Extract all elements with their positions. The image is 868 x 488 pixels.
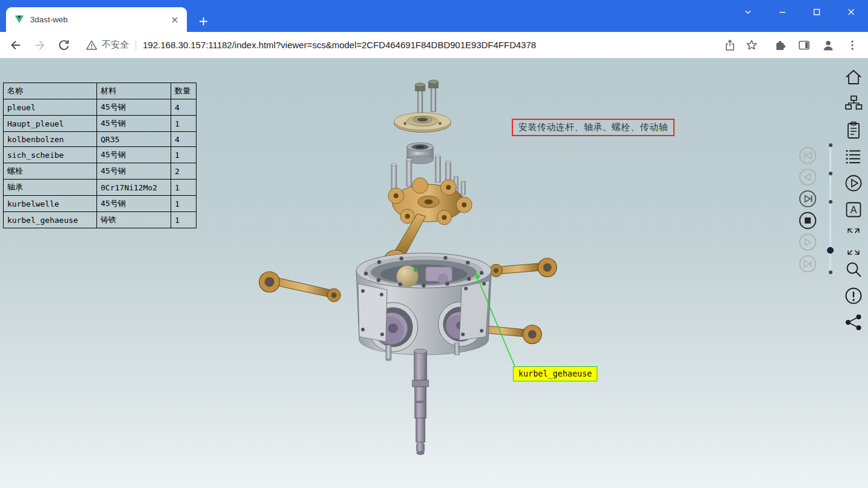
share-button[interactable] — [723, 39, 737, 52]
new-tab-button[interactable] — [195, 13, 211, 29]
slider-dot — [829, 200, 832, 204]
browser-titlebar: 3dast-web — [0, 0, 868, 32]
table-cell: 1 — [171, 212, 197, 228]
expand-corners-down-button[interactable] — [846, 242, 861, 257]
table-cell: 轴承 — [4, 180, 97, 196]
browser-tab[interactable]: 3dast-web — [6, 7, 187, 32]
home-button[interactable] — [844, 67, 863, 87]
table-cell: 1 — [171, 147, 197, 163]
chevron-down-button[interactable] — [731, 0, 765, 24]
viewer-toolbar: A — [842, 67, 865, 339]
maximize-button[interactable] — [799, 0, 834, 24]
part-arm-right-upper[interactable] — [490, 258, 557, 277]
viewer-canvas[interactable]: 名称 材料 数量 pleuel45号钢4Haupt_pleuel45号钢1kol… — [0, 58, 868, 488]
warning-triangle-icon — [86, 39, 98, 51]
skip-to-end-button[interactable] — [799, 255, 817, 273]
bookmark-star-button[interactable] — [745, 39, 758, 52]
address-bar: 不安全 192.168.30.157:11182/index.html?view… — [0, 32, 868, 58]
step-back-button[interactable] — [799, 168, 817, 186]
table-row: kurbel_gehaeuse铸铁1 — [4, 212, 197, 228]
table-cell: 45号钢 — [97, 196, 171, 212]
omnibox-divider — [136, 40, 136, 51]
security-label: 不安全 — [102, 39, 129, 51]
reload-button[interactable] — [54, 35, 74, 55]
bom-table: 名称 材料 数量 pleuel45号钢4Haupt_pleuel45号钢1kol… — [3, 83, 197, 228]
table-row: 螺栓45号钢2 — [4, 163, 197, 180]
table-row: pleuel45号钢4 — [4, 99, 197, 116]
slider-dot — [829, 271, 832, 274]
tab-title: 3dast-web — [30, 15, 169, 24]
steps-list-button[interactable] — [844, 147, 863, 166]
browser-menu-button[interactable] — [842, 35, 863, 55]
extensions-button[interactable] — [770, 35, 790, 55]
part-callout-label: kurbel_gehaeuse — [513, 366, 597, 381]
model-tree-button[interactable] — [844, 94, 863, 113]
table-row: kurbelwelle45号钢1 — [4, 196, 197, 212]
slider-knob[interactable] — [827, 247, 834, 254]
play-animation-button[interactable] — [844, 174, 863, 193]
slider-track[interactable] — [829, 145, 831, 274]
table-cell: 1 — [171, 116, 197, 132]
part-housing[interactable] — [356, 253, 491, 361]
table-cell: 螺栓 — [4, 163, 97, 180]
expand-corners-up-button[interactable] — [846, 227, 861, 241]
slider-dot — [829, 172, 832, 175]
kebab-menu-icon — [846, 39, 859, 52]
table-cell: kurbelwelle — [4, 196, 97, 212]
playback-controls — [799, 146, 817, 273]
column-header-quantity: 数量 — [171, 83, 197, 99]
url-field[interactable]: 不安全 192.168.30.157:11182/index.html?view… — [80, 35, 764, 55]
table-cell: 2 — [171, 163, 197, 180]
close-button[interactable] — [834, 0, 868, 24]
table-cell: 45号钢 — [97, 163, 171, 180]
table-row: Haupt_pleuel45号钢1 — [4, 116, 197, 132]
warning-info-button[interactable] — [844, 286, 863, 305]
clipboard-button[interactable] — [844, 120, 863, 140]
part-washer[interactable] — [394, 113, 451, 133]
part-arm-left[interactable] — [259, 272, 341, 302]
step-annotation: 安装传动连杆、轴承、螺栓、传动轴 — [512, 119, 675, 136]
table-cell: kolbenbolzen — [4, 132, 97, 147]
table-row: 轴承0Cr17Ni12Mo21 — [4, 180, 197, 196]
back-button[interactable] — [5, 35, 26, 55]
table-header-row: 名称 材料 数量 — [4, 83, 197, 99]
puzzle-icon — [773, 39, 787, 52]
text-tool-glyph: A — [851, 205, 857, 215]
table-cell: 4 — [171, 132, 197, 147]
part-screws[interactable] — [415, 80, 438, 113]
table-cell: 45号钢 — [97, 147, 171, 163]
table-cell: QR35 — [97, 132, 171, 147]
part-shaft[interactable] — [412, 349, 429, 455]
table-row: kolbenbolzenQR354 — [4, 132, 197, 147]
profile-button[interactable] — [818, 35, 838, 55]
explode-slider[interactable] — [827, 145, 834, 274]
stop-button[interactable] — [799, 211, 817, 230]
part-hub[interactable] — [388, 178, 472, 225]
forward-button[interactable] — [30, 35, 50, 55]
tab-close-icon[interactable] — [169, 14, 181, 26]
side-panel-icon — [797, 39, 811, 52]
minimize-button[interactable] — [765, 0, 799, 24]
table-cell: 铸铁 — [97, 212, 171, 228]
zoom-search-button[interactable] — [844, 260, 863, 279]
play-button[interactable] — [799, 233, 817, 251]
table-cell: pleuel — [4, 99, 97, 116]
window-controls — [731, 0, 868, 24]
table-row: sich_scheibe45号钢1 — [4, 147, 197, 163]
table-cell: kurbel_gehaeuse — [4, 212, 97, 228]
column-header-material: 材料 — [97, 83, 171, 99]
column-header-name: 名称 — [4, 83, 97, 99]
slider-dot — [829, 143, 832, 147]
vue-logo-icon — [14, 15, 24, 24]
share-network-button[interactable] — [844, 313, 863, 332]
play-pause-button[interactable] — [799, 190, 817, 208]
url-text: 192.168.30.157:11182/index.html?viewer=s… — [143, 40, 717, 50]
table-cell: 4 — [171, 99, 197, 116]
skip-to-start-button[interactable] — [799, 146, 817, 164]
table-cell: 45号钢 — [97, 116, 171, 132]
side-panel-button[interactable] — [794, 35, 814, 55]
bom-table-body: pleuel45号钢4Haupt_pleuel45号钢1kolbenbolzen… — [4, 99, 197, 228]
security-chip[interactable]: 不安全 — [86, 39, 129, 51]
table-cell: 0Cr17Ni12Mo2 — [97, 180, 171, 196]
text-annotation-button[interactable]: A — [844, 200, 863, 219]
